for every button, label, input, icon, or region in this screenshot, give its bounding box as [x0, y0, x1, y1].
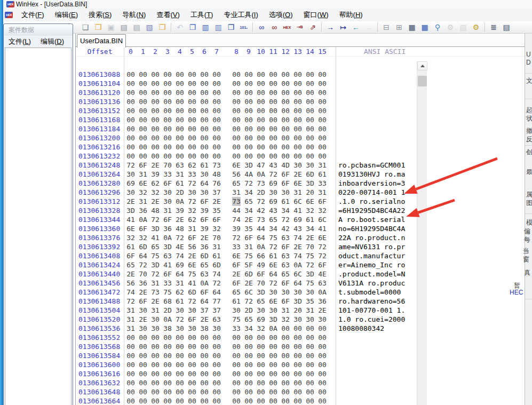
hex-byte[interactable]: 6F — [281, 279, 290, 288]
menu-item-F[interactable]: 文件(F) — [16, 11, 50, 19]
hex-byte[interactable]: 34 — [281, 206, 290, 215]
hex-byte[interactable]: 00 — [318, 133, 327, 142]
hex-byte[interactable]: 69 — [269, 179, 277, 188]
hex-byte[interactable]: 37 — [212, 306, 221, 315]
hex-byte[interactable]: 00 — [318, 79, 327, 88]
ascii-text[interactable]: 0220-00714-001 1 — [338, 188, 405, 197]
hex-byte[interactable]: 3D — [244, 161, 253, 170]
hex-byte[interactable]: 00 — [212, 387, 221, 396]
hex-byte[interactable]: 00 — [139, 360, 147, 369]
hex-byte[interactable]: 70 — [212, 233, 221, 242]
hex-byte[interactable]: 31 — [293, 188, 302, 197]
hex-byte[interactable]: 3D — [293, 297, 302, 306]
hex-byte[interactable]: 30 — [269, 188, 277, 197]
hex-byte[interactable]: 36 — [200, 242, 209, 251]
hex-byte[interactable]: 64 — [269, 269, 277, 279]
hex-byte[interactable]: 00 — [232, 342, 241, 351]
hex-byte[interactable]: 00 — [269, 342, 277, 351]
hex-byte[interactable]: 00 — [163, 333, 172, 342]
hex-byte[interactable]: 33 — [232, 242, 241, 251]
hex-byte[interactable]: 31 — [244, 242, 253, 251]
hex-byte[interactable]: 00 — [269, 106, 277, 115]
hex-byte[interactable]: 35 — [306, 297, 314, 306]
hex-byte[interactable]: 65 — [200, 260, 209, 269]
hex-byte[interactable]: 00 — [318, 70, 327, 79]
hex-byte[interactable]: 00 — [293, 79, 302, 88]
hex-byte[interactable]: 00 — [212, 115, 221, 124]
ascii-text[interactable]: t.submodel=0000 — [338, 288, 401, 297]
hex-byte[interactable]: 00 — [257, 115, 265, 124]
hex-byte[interactable]: 0A — [257, 170, 265, 179]
hex-byte[interactable]: 72 — [318, 242, 327, 251]
hex-byte[interactable]: 00 — [151, 142, 160, 152]
hex-byte[interactable]: 72 — [176, 315, 184, 324]
tile-windows-icon[interactable]: ▤ — [501, 22, 512, 33]
hex-byte[interactable]: 00 — [306, 106, 314, 115]
hex-byte[interactable]: 74 — [126, 288, 135, 297]
hex-byte[interactable]: 41 — [293, 206, 302, 215]
print-icon[interactable]: ▤ — [131, 22, 142, 33]
hex-byte[interactable]: 0A — [269, 324, 277, 333]
hex-byte[interactable]: 00 — [318, 369, 327, 378]
hex-byte[interactable]: 63 — [281, 233, 290, 242]
hex-byte[interactable]: 61 — [269, 251, 277, 260]
hex-byte[interactable]: 6E — [139, 179, 147, 188]
binary-copy-icon[interactable]: 101₂ — [238, 22, 250, 33]
hex-byte[interactable]: 00 — [269, 360, 277, 369]
hex-byte[interactable]: 00 — [318, 396, 327, 405]
hex-byte[interactable]: 00 — [306, 360, 314, 369]
hex-byte[interactable]: 00 — [176, 351, 184, 360]
hex-byte[interactable]: 00 — [212, 152, 221, 161]
hex-byte[interactable]: 00 — [318, 88, 327, 97]
hex-byte[interactable]: 63 — [281, 260, 290, 269]
hex-byte[interactable]: 00 — [151, 97, 160, 106]
hex-byte[interactable]: 00 — [257, 133, 265, 142]
hex-byte[interactable]: 00 — [151, 342, 160, 351]
hex-byte[interactable]: 31 — [126, 315, 135, 324]
hex-byte[interactable]: 2E — [126, 269, 135, 279]
hex-byte[interactable]: 37 — [200, 306, 209, 315]
find-hex-icon[interactable]: ∞ — [268, 22, 280, 33]
hex-byte[interactable]: 30 — [163, 188, 172, 197]
hex-byte[interactable]: 2E — [200, 233, 209, 242]
options-gears-icon[interactable]: ⚙ — [470, 22, 482, 33]
hex-byte[interactable]: 00 — [232, 360, 241, 369]
hex-byte[interactable]: 00 — [212, 97, 221, 106]
hex-byte[interactable]: 00 — [139, 396, 147, 405]
hex-byte[interactable]: 00 — [318, 333, 327, 342]
hex-byte[interactable]: 00 — [281, 79, 290, 88]
hex-byte[interactable]: 73 — [232, 197, 241, 206]
hex-byte[interactable]: 00 — [257, 387, 265, 396]
hex-byte[interactable]: 00 — [306, 70, 314, 79]
hex-byte[interactable]: 00 — [281, 396, 290, 405]
hex-byte[interactable]: 6F — [163, 269, 172, 279]
hex-byte[interactable]: 30 — [139, 306, 147, 315]
hex-byte[interactable]: 6F — [200, 197, 209, 206]
hex-byte[interactable]: 75 — [232, 315, 241, 324]
hex-byte[interactable]: 0A — [257, 242, 265, 251]
hex-byte[interactable]: 00 — [126, 369, 135, 378]
hex-byte[interactable]: 64 — [200, 297, 209, 306]
hex-byte[interactable]: 30 — [163, 197, 172, 206]
hex-byte[interactable]: 00 — [188, 115, 196, 124]
hex-byte[interactable]: 00 — [200, 97, 209, 106]
hex-byte[interactable]: 6D — [200, 251, 209, 260]
hex-byte[interactable]: 6D — [139, 242, 147, 251]
hex-byte[interactable]: 00 — [212, 124, 221, 133]
hex-byte[interactable]: 63 — [281, 251, 290, 260]
hex-byte[interactable]: 31 — [232, 188, 241, 197]
hex-byte[interactable]: 00 — [281, 360, 290, 369]
hex-byte[interactable]: 00 — [244, 378, 253, 387]
hex-byte[interactable]: 00 — [188, 387, 196, 396]
menu-item-E[interactable]: 编辑(E) — [50, 11, 83, 19]
hex-byte[interactable]: 00 — [126, 70, 135, 79]
hex-byte[interactable]: 00 — [126, 106, 135, 115]
hex-byte[interactable]: 75 — [269, 233, 277, 242]
hex-byte[interactable]: 6F — [188, 315, 196, 324]
hex-byte[interactable]: 00 — [244, 124, 253, 133]
hex-byte[interactable]: 2E — [293, 170, 302, 179]
hex-byte[interactable]: 2E — [151, 297, 160, 306]
hex-byte[interactable]: 00 — [188, 70, 196, 79]
menu-item-V[interactable]: 查看(V) — [151, 11, 185, 19]
hex-byte[interactable]: 00 — [281, 333, 290, 342]
